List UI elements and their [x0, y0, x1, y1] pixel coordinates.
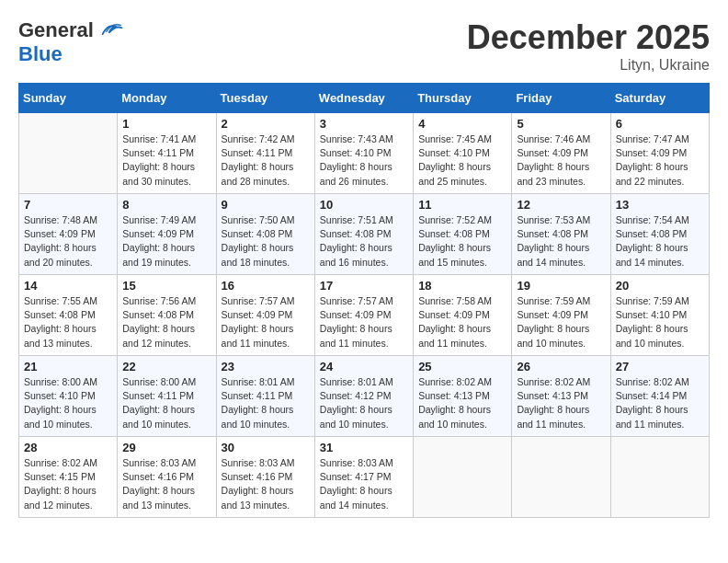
day-info: Sunrise: 7:46 AMSunset: 4:09 PMDaylight:…	[517, 132, 605, 189]
calendar-cell: 1Sunrise: 7:41 AMSunset: 4:11 PMDaylight…	[118, 113, 216, 194]
day-info: Sunrise: 7:57 AMSunset: 4:09 PMDaylight:…	[320, 294, 408, 350]
day-info: Sunrise: 7:47 AMSunset: 4:09 PMDaylight:…	[616, 132, 704, 189]
day-number: 27	[616, 360, 704, 373]
day-info: Sunrise: 8:01 AMSunset: 4:11 PMDaylight:…	[222, 375, 310, 431]
day-info: Sunrise: 8:02 AMSunset: 4:14 PMDaylight:…	[616, 375, 704, 431]
day-number: 10	[320, 198, 408, 212]
logo-general-text: General	[18, 18, 94, 42]
day-number: 14	[24, 279, 112, 293]
calendar-cell: 18Sunrise: 7:58 AMSunset: 4:09 PMDayligh…	[414, 275, 512, 356]
calendar-cell: 13Sunrise: 7:54 AMSunset: 4:08 PMDayligh…	[610, 194, 709, 275]
day-number: 16	[222, 279, 310, 293]
day-number: 4	[418, 117, 506, 131]
day-info: Sunrise: 7:41 AMSunset: 4:11 PMDaylight:…	[122, 132, 210, 189]
day-info: Sunrise: 8:02 AMSunset: 4:15 PMDaylight:…	[24, 456, 112, 512]
calendar-cell: 22Sunrise: 8:00 AMSunset: 4:11 PMDayligh…	[118, 356, 216, 437]
calendar-cell: 9Sunrise: 7:50 AMSunset: 4:08 PMDaylight…	[216, 194, 314, 275]
day-info: Sunrise: 7:42 AMSunset: 4:11 PMDaylight:…	[222, 132, 310, 189]
day-number: 20	[616, 279, 704, 293]
calendar-week-5: 28Sunrise: 8:02 AMSunset: 4:15 PMDayligh…	[19, 437, 710, 518]
day-number: 9	[222, 198, 310, 212]
day-info: Sunrise: 7:49 AMSunset: 4:09 PMDaylight:…	[122, 213, 210, 270]
day-number: 30	[222, 441, 310, 454]
day-info: Sunrise: 7:45 AMSunset: 4:10 PMDaylight:…	[418, 132, 506, 189]
calendar-cell: 10Sunrise: 7:51 AMSunset: 4:08 PMDayligh…	[314, 194, 413, 275]
calendar-cell: 3Sunrise: 7:43 AMSunset: 4:10 PMDaylight…	[314, 113, 413, 194]
calendar-cell: 23Sunrise: 8:01 AMSunset: 4:11 PMDayligh…	[216, 356, 314, 437]
day-number: 5	[517, 117, 605, 131]
day-info: Sunrise: 8:01 AMSunset: 4:12 PMDaylight:…	[320, 375, 408, 431]
day-number: 13	[616, 198, 704, 212]
weekday-header-row: Sunday Monday Tuesday Wednesday Thursday…	[19, 84, 710, 113]
day-number: 31	[320, 441, 408, 454]
day-info: Sunrise: 7:54 AMSunset: 4:08 PMDaylight:…	[616, 213, 704, 270]
header-sunday: Sunday	[19, 84, 118, 113]
calendar-cell: 26Sunrise: 8:02 AMSunset: 4:13 PMDayligh…	[512, 356, 610, 437]
day-info: Sunrise: 7:56 AMSunset: 4:08 PMDaylight:…	[122, 294, 210, 350]
day-info: Sunrise: 7:48 AMSunset: 4:09 PMDaylight:…	[24, 213, 112, 270]
calendar-cell: 5Sunrise: 7:46 AMSunset: 4:09 PMDaylight…	[512, 113, 610, 194]
calendar-cell: 7Sunrise: 7:48 AMSunset: 4:09 PMDaylight…	[19, 194, 118, 275]
day-info: Sunrise: 7:50 AMSunset: 4:08 PMDaylight:…	[222, 213, 310, 270]
day-info: Sunrise: 7:52 AMSunset: 4:08 PMDaylight:…	[418, 213, 506, 270]
calendar-cell: 24Sunrise: 8:01 AMSunset: 4:12 PMDayligh…	[314, 356, 413, 437]
day-number: 29	[122, 441, 210, 454]
day-number: 7	[24, 198, 112, 212]
calendar-cell: 12Sunrise: 7:53 AMSunset: 4:08 PMDayligh…	[512, 194, 610, 275]
calendar-table: Sunday Monday Tuesday Wednesday Thursday…	[18, 83, 710, 518]
day-info: Sunrise: 8:03 AMSunset: 4:16 PMDaylight:…	[122, 456, 210, 512]
day-info: Sunrise: 7:57 AMSunset: 4:09 PMDaylight:…	[222, 294, 310, 350]
calendar-cell	[610, 437, 709, 518]
day-number: 18	[418, 279, 506, 293]
day-number: 15	[122, 279, 210, 293]
header-tuesday: Tuesday	[216, 84, 314, 113]
day-info: Sunrise: 8:02 AMSunset: 4:13 PMDaylight:…	[418, 375, 506, 431]
day-info: Sunrise: 7:53 AMSunset: 4:08 PMDaylight:…	[517, 213, 605, 270]
calendar-week-4: 21Sunrise: 8:00 AMSunset: 4:10 PMDayligh…	[19, 356, 710, 437]
calendar-cell: 6Sunrise: 7:47 AMSunset: 4:09 PMDaylight…	[610, 113, 709, 194]
header-friday: Friday	[512, 84, 610, 113]
day-number: 6	[616, 117, 704, 131]
day-info: Sunrise: 7:59 AMSunset: 4:10 PMDaylight:…	[616, 294, 704, 350]
calendar-week-1: 1Sunrise: 7:41 AMSunset: 4:11 PMDaylight…	[19, 113, 710, 194]
day-number: 21	[24, 360, 112, 373]
logo-text: General	[18, 18, 123, 42]
calendar-header: Sunday Monday Tuesday Wednesday Thursday…	[19, 84, 710, 113]
day-info: Sunrise: 8:02 AMSunset: 4:13 PMDaylight:…	[517, 375, 605, 431]
day-info: Sunrise: 7:51 AMSunset: 4:08 PMDaylight:…	[320, 213, 408, 270]
day-info: Sunrise: 8:00 AMSunset: 4:11 PMDaylight:…	[122, 375, 210, 431]
day-number: 12	[517, 198, 605, 212]
day-info: Sunrise: 7:55 AMSunset: 4:08 PMDaylight:…	[24, 294, 112, 350]
month-title: December 2025	[467, 18, 710, 57]
logo-bird-icon	[97, 20, 123, 40]
calendar-cell: 21Sunrise: 8:00 AMSunset: 4:10 PMDayligh…	[19, 356, 118, 437]
day-info: Sunrise: 7:43 AMSunset: 4:10 PMDaylight:…	[320, 132, 408, 189]
day-info: Sunrise: 8:00 AMSunset: 4:10 PMDaylight:…	[24, 375, 112, 431]
calendar-cell: 11Sunrise: 7:52 AMSunset: 4:08 PMDayligh…	[414, 194, 512, 275]
calendar-cell: 31Sunrise: 8:03 AMSunset: 4:17 PMDayligh…	[314, 437, 413, 518]
day-number: 11	[418, 198, 506, 212]
day-number: 19	[517, 279, 605, 293]
calendar-week-2: 7Sunrise: 7:48 AMSunset: 4:09 PMDaylight…	[19, 194, 710, 275]
calendar-cell: 29Sunrise: 8:03 AMSunset: 4:16 PMDayligh…	[118, 437, 216, 518]
logo: General Blue	[18, 18, 123, 66]
calendar-cell: 20Sunrise: 7:59 AMSunset: 4:10 PMDayligh…	[610, 275, 709, 356]
header-thursday: Thursday	[414, 84, 512, 113]
calendar-cell	[414, 437, 512, 518]
calendar-cell: 14Sunrise: 7:55 AMSunset: 4:08 PMDayligh…	[19, 275, 118, 356]
day-number: 28	[24, 441, 112, 454]
day-number: 23	[222, 360, 310, 373]
calendar-cell: 30Sunrise: 8:03 AMSunset: 4:16 PMDayligh…	[216, 437, 314, 518]
calendar-cell: 16Sunrise: 7:57 AMSunset: 4:09 PMDayligh…	[216, 275, 314, 356]
day-number: 8	[122, 198, 210, 212]
calendar-cell: 25Sunrise: 8:02 AMSunset: 4:13 PMDayligh…	[414, 356, 512, 437]
day-number: 17	[320, 279, 408, 293]
calendar-cell: 8Sunrise: 7:49 AMSunset: 4:09 PMDaylight…	[118, 194, 216, 275]
day-number: 2	[222, 117, 310, 131]
day-number: 1	[122, 117, 210, 131]
calendar-body: 1Sunrise: 7:41 AMSunset: 4:11 PMDaylight…	[19, 113, 710, 518]
calendar-cell	[19, 113, 118, 194]
calendar-cell: 28Sunrise: 8:02 AMSunset: 4:15 PMDayligh…	[19, 437, 118, 518]
day-info: Sunrise: 7:58 AMSunset: 4:09 PMDaylight:…	[418, 294, 506, 350]
title-area: December 2025 Lityn, Ukraine	[467, 18, 710, 74]
